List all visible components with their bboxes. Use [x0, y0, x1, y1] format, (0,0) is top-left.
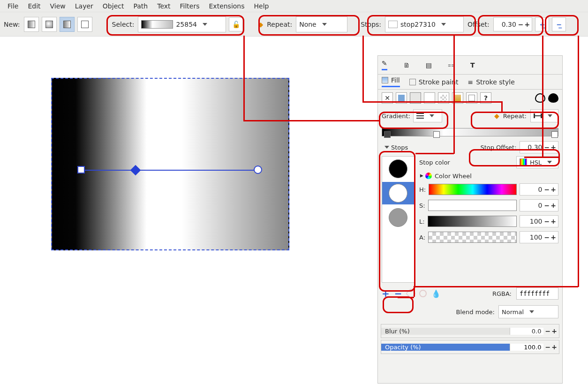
stop-item-3[interactable] — [389, 208, 407, 227]
gradient-strip[interactable] — [382, 128, 558, 136]
minus-icon[interactable]: − — [544, 218, 550, 225]
minus-icon[interactable]: − — [545, 343, 551, 351]
paint-pattern[interactable] — [438, 92, 449, 104]
stop-item-2-selected[interactable] — [382, 182, 414, 204]
rgba-input[interactable] — [516, 287, 558, 300]
s-slider[interactable] — [428, 200, 517, 211]
out-of-gamut-icon[interactable] — [419, 290, 427, 297]
tab-fill[interactable]: Fill — [382, 76, 400, 87]
menu-filters[interactable]: Filters — [175, 0, 204, 12]
menu-path[interactable]: Path — [128, 0, 152, 12]
plus-icon[interactable]: + — [551, 327, 557, 335]
menu-help[interactable]: Help — [249, 0, 274, 12]
add-stop-button[interactable]: +̲ — [535, 17, 549, 31]
h-slider[interactable] — [429, 184, 516, 195]
plus-icon[interactable]: + — [551, 343, 557, 351]
paint-swatch[interactable] — [452, 92, 463, 104]
menu-file[interactable]: File — [3, 0, 23, 12]
blur-value: 0.0 — [510, 328, 543, 335]
paint-unknown[interactable] — [466, 92, 477, 104]
pattern-icon — [440, 95, 447, 101]
plus-icon[interactable]: + — [550, 202, 556, 209]
paint-radial[interactable] — [424, 92, 435, 104]
eyedropper-icon[interactable]: 💧 — [431, 289, 441, 298]
gradient-mid-handle[interactable] — [130, 165, 141, 176]
blend-combo[interactable]: Normal — [498, 305, 558, 318]
remove-stop-button[interactable]: −̲ — [552, 17, 566, 31]
tab-document-icon[interactable] — [403, 61, 410, 69]
x-icon — [384, 94, 390, 102]
plus-icon[interactable]: + — [550, 233, 556, 241]
paint-none[interactable] — [382, 92, 393, 104]
tab-text-icon[interactable] — [470, 61, 475, 69]
stop-handle-1[interactable] — [384, 131, 391, 138]
a-slider[interactable] — [428, 232, 516, 243]
tab-stroke-paint[interactable]: Stroke paint — [409, 78, 459, 86]
color-model-combo[interactable]: HSL — [516, 156, 558, 168]
stop-list[interactable] — [382, 156, 415, 283]
minus-icon[interactable]: − — [544, 143, 550, 151]
panel-repeat-combo[interactable] — [530, 109, 558, 122]
tab-stroke-style[interactable]: ≡ Stroke style — [467, 78, 514, 86]
minus-icon[interactable]: − — [545, 327, 551, 335]
a-value: 100 — [522, 233, 543, 241]
add-stop-button-panel[interactable]: + — [382, 288, 390, 299]
paint-flat[interactable] — [396, 92, 407, 104]
select-gradient-combo[interactable]: 25854 — [138, 16, 226, 32]
menubar: File Edit View Layer Object Path Text Fi… — [0, 0, 588, 12]
repeat-combo[interactable]: None — [296, 16, 347, 32]
lock-button[interactable] — [229, 17, 243, 31]
radial-gradient-icon — [45, 21, 53, 28]
opacity-row[interactable]: Opacity (%) 100.0 −+ — [381, 340, 559, 354]
stop-offset-spin[interactable]: 0.30 −+ — [520, 141, 558, 153]
gradient-type-combo[interactable] — [413, 109, 442, 122]
new-radial-button[interactable] — [42, 17, 57, 32]
offset-spin[interactable]: 0.30 −+ — [493, 17, 532, 31]
stop-item-1[interactable] — [389, 159, 407, 178]
paint-linear[interactable] — [410, 92, 421, 104]
plus-icon[interactable]: + — [550, 143, 556, 151]
stops-combo[interactable]: stop27310 — [385, 16, 464, 32]
menu-object[interactable]: Object — [98, 0, 129, 12]
plus-icon[interactable]: + — [550, 218, 556, 225]
stop-offset-label: Stop Offset: — [480, 144, 516, 151]
canvas-selection[interactable] — [51, 78, 289, 250]
tab-fill-stroke-icon[interactable] — [382, 60, 387, 70]
menu-text[interactable]: Text — [152, 0, 175, 12]
color-wheel-label: Color Wheel — [435, 173, 472, 180]
new-linear-button[interactable] — [24, 17, 39, 32]
remove-stop-button-panel[interactable]: − — [394, 288, 402, 299]
tab-stroke-style-label: Stroke style — [476, 78, 515, 86]
minus-icon[interactable]: − — [544, 186, 550, 193]
tab-filter-icon[interactable] — [448, 61, 454, 69]
minus-icon[interactable]: − — [544, 202, 550, 209]
paint-unset[interactable] — [480, 92, 491, 104]
menu-extensions[interactable]: Extensions — [204, 0, 249, 12]
fill-stroke-panel: ▤ Fill Stroke paint ≡ Stroke style — [377, 55, 563, 384]
gradient-start-handle[interactable] — [77, 166, 85, 173]
chevron-down-icon[interactable] — [384, 146, 389, 149]
fill-nonzero-icon[interactable] — [548, 93, 558, 103]
stop-handle-2[interactable] — [433, 131, 440, 138]
blur-row[interactable]: Blur (%) 0.0 −+ — [381, 324, 559, 338]
minus-icon[interactable]: − — [518, 21, 524, 28]
menu-edit[interactable]: Edit — [23, 0, 45, 12]
chevron-down-icon — [441, 23, 446, 26]
managed-colors-icon[interactable] — [405, 288, 416, 299]
new-label: New: — [3, 21, 21, 28]
rainbow-icon — [520, 158, 527, 166]
new-none-button[interactable] — [77, 17, 92, 32]
minus-icon[interactable]: − — [544, 233, 550, 241]
gradient-end-handle[interactable] — [254, 166, 262, 174]
plus-icon[interactable]: + — [550, 186, 556, 193]
stroke-paint-swatch-icon — [409, 79, 416, 85]
l-slider[interactable] — [428, 216, 517, 227]
menu-view[interactable]: View — [45, 0, 70, 12]
plus-icon[interactable]: + — [525, 21, 530, 28]
new-linear-swatch[interactable] — [60, 17, 75, 32]
fill-evenodd-icon[interactable] — [535, 93, 545, 103]
chevron-right-icon[interactable]: ▾ — [417, 174, 425, 177]
tab-align-icon[interactable]: ▤ — [426, 61, 432, 69]
stop-handle-3[interactable] — [551, 131, 558, 138]
menu-layer[interactable]: Layer — [70, 0, 98, 12]
